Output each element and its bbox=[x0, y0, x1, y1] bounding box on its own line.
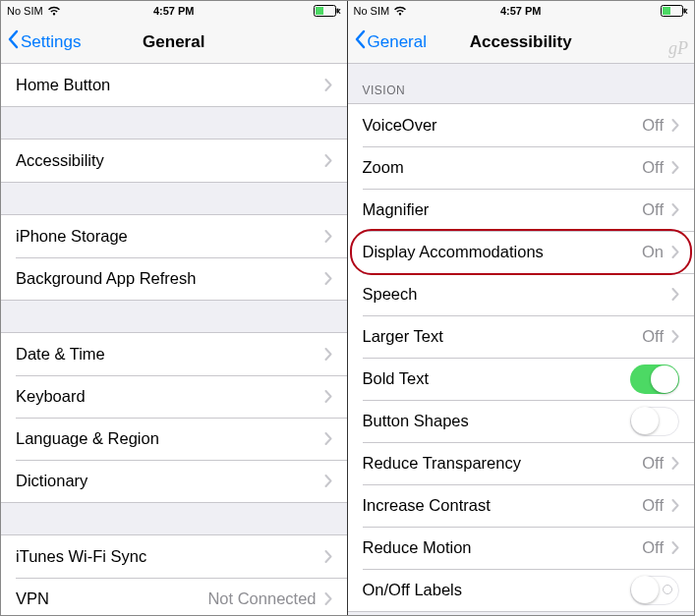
row-label: Magnifier bbox=[363, 200, 430, 219]
section-header-vision: VISION bbox=[348, 64, 695, 103]
row-label: Display Accommodations bbox=[363, 243, 544, 261]
row-label: Bold Text bbox=[363, 369, 430, 388]
accessibility-settings-pane: No SIM 4:57 PM General Accessibility gP bbox=[348, 1, 695, 615]
back-label: General bbox=[368, 32, 427, 52]
settings-row[interactable]: Larger TextOff bbox=[348, 315, 695, 358]
row-label: Button Shapes bbox=[363, 412, 469, 430]
chevron-right-icon bbox=[324, 230, 332, 243]
settings-row[interactable]: Language & Region bbox=[1, 418, 347, 460]
back-label: Settings bbox=[21, 32, 81, 52]
row-label: Speech bbox=[363, 285, 418, 304]
chevron-right-icon bbox=[671, 203, 679, 216]
row-label: Language & Region bbox=[16, 429, 159, 448]
chevron-right-icon bbox=[324, 550, 332, 563]
row-detail: Off bbox=[642, 158, 664, 177]
chevron-left-icon bbox=[7, 29, 19, 54]
settings-group: Date & TimeKeyboardLanguage & RegionDict… bbox=[1, 332, 347, 503]
settings-row[interactable]: Dictionary bbox=[1, 460, 347, 502]
settings-row[interactable]: ZoomOff bbox=[348, 146, 695, 189]
toggle-switch[interactable] bbox=[630, 576, 679, 605]
row-label: VoiceOver bbox=[363, 116, 437, 135]
chevron-right-icon bbox=[671, 457, 679, 470]
chevron-right-icon bbox=[324, 592, 332, 605]
watermark: gP bbox=[668, 38, 688, 59]
settings-row[interactable]: Reduce TransparencyOff bbox=[348, 442, 695, 484]
settings-row[interactable]: Display AccommodationsOn bbox=[348, 231, 695, 273]
status-time: 4:57 PM bbox=[1, 5, 347, 17]
row-detail: Off bbox=[642, 200, 664, 219]
settings-row[interactable]: Home Button bbox=[1, 64, 347, 106]
settings-row[interactable]: Reduce MotionOff bbox=[348, 527, 695, 569]
settings-group: iPhone StorageBackground App Refresh bbox=[1, 214, 347, 301]
row-detail: On bbox=[642, 243, 664, 261]
nav-bar: Settings General bbox=[1, 21, 347, 64]
chevron-right-icon bbox=[671, 541, 679, 554]
chevron-right-icon bbox=[671, 161, 679, 174]
chevron-right-icon bbox=[671, 288, 679, 301]
settings-group: Accessibility bbox=[1, 139, 347, 183]
settings-group: iTunes Wi-Fi SyncVPNNot Connected bbox=[1, 534, 347, 615]
row-label: Accessibility bbox=[16, 151, 104, 170]
settings-row[interactable]: Speech bbox=[348, 273, 695, 315]
settings-row[interactable]: Button Shapes bbox=[348, 400, 695, 442]
back-button[interactable]: General bbox=[348, 29, 427, 54]
row-label: iTunes Wi-Fi Sync bbox=[16, 547, 146, 566]
row-detail: Off bbox=[642, 454, 664, 473]
chevron-right-icon bbox=[324, 390, 332, 403]
row-detail: Off bbox=[642, 327, 664, 346]
row-label: Home Button bbox=[16, 76, 110, 94]
row-label: Dictionary bbox=[16, 472, 87, 490]
row-label: Date & Time bbox=[16, 345, 105, 364]
status-bar: No SIM 4:57 PM bbox=[1, 1, 347, 21]
status-time: 4:57 PM bbox=[348, 5, 695, 17]
settings-row[interactable]: Accessibility bbox=[1, 140, 347, 182]
settings-row[interactable]: VPNNot Connected bbox=[1, 578, 347, 615]
settings-row[interactable]: On/Off Labels bbox=[348, 569, 695, 611]
chevron-right-icon bbox=[324, 79, 332, 91]
nav-bar: General Accessibility gP bbox=[348, 21, 695, 64]
settings-row[interactable]: Increase ContrastOff bbox=[348, 484, 695, 527]
chevron-right-icon bbox=[671, 330, 679, 343]
chevron-right-icon bbox=[671, 119, 679, 132]
vision-group: VoiceOverOffZoomOffMagnifierOffDisplay A… bbox=[348, 103, 695, 612]
row-label: Keyboard bbox=[16, 387, 86, 406]
row-label: Larger Text bbox=[363, 327, 443, 346]
status-bar: No SIM 4:57 PM bbox=[348, 1, 695, 21]
settings-row[interactable]: iTunes Wi-Fi Sync bbox=[1, 535, 347, 578]
row-detail: Off bbox=[642, 116, 664, 135]
settings-row[interactable]: Keyboard bbox=[1, 375, 347, 418]
row-label: iPhone Storage bbox=[16, 227, 128, 246]
chevron-right-icon bbox=[671, 499, 679, 512]
settings-row[interactable]: VoiceOverOff bbox=[348, 104, 695, 146]
settings-row[interactable]: iPhone Storage bbox=[1, 215, 347, 257]
settings-list: Home ButtonAccessibilityiPhone StorageBa… bbox=[1, 64, 347, 615]
row-label: Background App Refresh bbox=[16, 269, 196, 288]
row-label: VPN bbox=[16, 589, 49, 608]
chevron-right-icon bbox=[671, 246, 679, 258]
chevron-right-icon bbox=[324, 475, 332, 487]
row-label: Zoom bbox=[363, 158, 404, 177]
toggle-switch[interactable] bbox=[630, 407, 679, 436]
row-detail: Off bbox=[642, 496, 664, 515]
row-detail: Not Connected bbox=[207, 589, 316, 608]
settings-row[interactable]: MagnifierOff bbox=[348, 189, 695, 231]
back-button[interactable]: Settings bbox=[1, 29, 81, 54]
general-settings-pane: No SIM 4:57 PM Settings General Home B bbox=[1, 1, 348, 615]
toggle-switch[interactable] bbox=[630, 364, 679, 394]
chevron-left-icon bbox=[354, 29, 366, 54]
row-detail: Off bbox=[642, 538, 664, 557]
chevron-right-icon bbox=[324, 348, 332, 361]
settings-row[interactable]: Background App Refresh bbox=[1, 257, 347, 300]
chevron-right-icon bbox=[324, 154, 332, 167]
row-label: On/Off Labels bbox=[363, 581, 463, 599]
chevron-right-icon bbox=[324, 272, 332, 285]
settings-row[interactable]: Bold Text bbox=[348, 358, 695, 400]
row-label: Reduce Transparency bbox=[363, 454, 521, 473]
row-label: Increase Contrast bbox=[363, 496, 491, 515]
row-label: Reduce Motion bbox=[363, 538, 472, 557]
settings-row[interactable]: Date & Time bbox=[1, 333, 347, 375]
settings-group: Home Button bbox=[1, 64, 347, 107]
chevron-right-icon bbox=[324, 432, 332, 445]
